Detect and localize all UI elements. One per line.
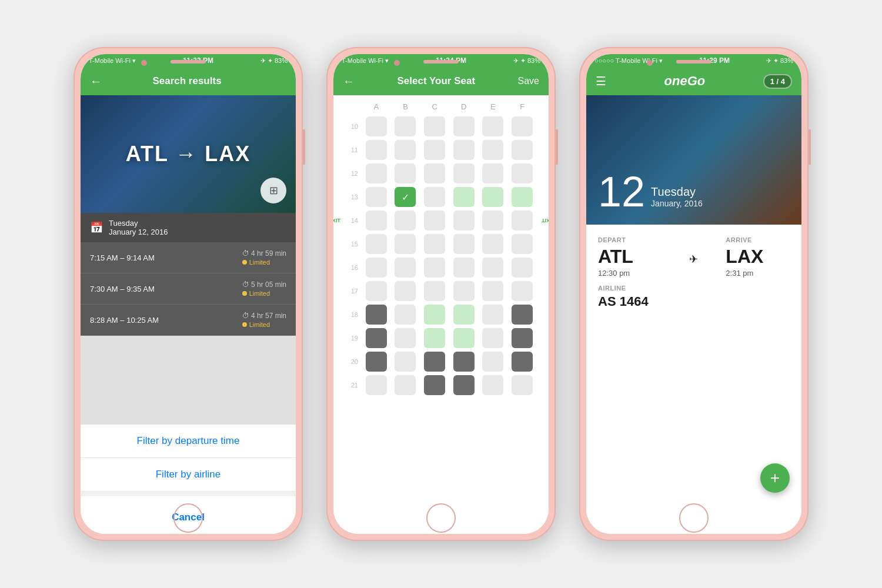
seat-18c[interactable] — [424, 305, 445, 325]
phone-2-speaker — [423, 60, 459, 64]
seat-19f — [512, 328, 533, 348]
seat-11b[interactable] — [395, 140, 416, 160]
phone-1-home[interactable] — [173, 503, 203, 533]
seat-14f[interactable] — [512, 211, 533, 230]
seat-row-21: 21 — [345, 375, 537, 396]
phone-1: T-Mobile Wi-Fi ▾ 11:23 PM ✈ ✦ 83% ← Sear… — [74, 47, 303, 541]
seat-18e[interactable] — [482, 305, 503, 325]
seat-10e[interactable] — [482, 116, 503, 136]
airline-label: AIRLINE — [598, 285, 790, 292]
phone-1-screen: T-Mobile Wi-Fi ▾ 11:23 PM ✈ ✦ 83% ← Sear… — [81, 54, 296, 534]
seat-17a[interactable] — [366, 281, 387, 301]
seat-12c[interactable] — [424, 163, 445, 183]
flight-item-1[interactable]: 7:15 AM – 9:14 AM ⏱ 4 hr 59 min Limited — [81, 242, 296, 273]
seat-12b[interactable] — [395, 163, 416, 183]
seat-16d[interactable] — [453, 258, 475, 278]
seat-21f[interactable] — [512, 375, 533, 395]
save-button[interactable]: Save — [518, 76, 539, 86]
seat-10a[interactable] — [366, 116, 387, 136]
seat-15e[interactable] — [482, 234, 503, 254]
seat-14a[interactable] — [366, 211, 387, 230]
filter-airline-button[interactable]: Filter by airline — [81, 458, 296, 492]
seat-12e[interactable] — [482, 163, 503, 183]
seat-21e[interactable] — [482, 375, 503, 395]
menu-icon[interactable]: ☰ — [596, 74, 606, 88]
seat-19c[interactable] — [424, 328, 445, 348]
seat-19b[interactable] — [395, 328, 416, 348]
seat-13d[interactable] — [453, 187, 475, 207]
seat-16a[interactable] — [366, 258, 387, 278]
seat-20b[interactable] — [395, 352, 416, 372]
seat-14b[interactable] — [395, 211, 416, 230]
seat-16b[interactable] — [395, 258, 416, 278]
flight-time-2: 7:30 AM – 9:35 AM — [90, 285, 155, 293]
seat-11a[interactable] — [366, 140, 387, 160]
seat-11f[interactable] — [512, 140, 533, 160]
status-icons-2: ✈ ✦ 83% — [513, 57, 540, 65]
seat-16e[interactable] — [482, 258, 503, 278]
seat-20e[interactable] — [482, 352, 503, 372]
seat-13e[interactable] — [482, 187, 503, 207]
seat-19e[interactable] — [482, 328, 503, 348]
seat-18b[interactable] — [395, 305, 416, 325]
seat-10b[interactable] — [395, 116, 416, 136]
back-button-1[interactable]: ← — [90, 75, 102, 88]
seat-15a[interactable] — [366, 234, 387, 254]
seat-11c[interactable] — [424, 140, 445, 160]
phone-3-camera — [647, 60, 653, 66]
seat-10f[interactable] — [512, 116, 533, 136]
flight-item-2[interactable]: 7:30 AM – 9:35 AM ⏱ 5 hr 05 min Limited — [81, 273, 296, 305]
seat-row-15: 15 — [345, 233, 537, 255]
flight-status-3: Limited — [242, 321, 286, 328]
seat-13f[interactable] — [512, 187, 533, 207]
phone-3-home[interactable] — [679, 503, 709, 533]
seat-10c[interactable] — [424, 116, 445, 136]
col-b: B — [395, 102, 416, 111]
phone-2-nav: ← Select Your Seat Save — [333, 67, 549, 95]
seat-17b[interactable] — [395, 281, 416, 301]
seat-17f[interactable] — [512, 281, 533, 301]
seat-10d[interactable] — [453, 116, 475, 136]
date-text-full: January 12, 2016 — [109, 228, 168, 236]
add-fab-button[interactable]: + — [760, 463, 790, 493]
seat-18d[interactable] — [453, 305, 475, 325]
seat-12a[interactable] — [366, 163, 387, 183]
seat-17e[interactable] — [482, 281, 503, 301]
flight-right-3: ⏱ 4 hr 57 min Limited — [242, 312, 286, 328]
seat-15d[interactable] — [453, 234, 475, 254]
seat-21b[interactable] — [395, 375, 416, 395]
seat-15b[interactable] — [395, 234, 416, 254]
hero-weekday: Tuesday — [651, 185, 703, 199]
phone-3-side-btn — [808, 129, 811, 165]
seat-16c[interactable] — [424, 258, 445, 278]
seat-17c[interactable] — [424, 281, 445, 301]
seat-16f[interactable] — [512, 258, 533, 278]
status-icons-1: ✈ ✦ 83% — [260, 57, 288, 65]
hero-day: 12 — [598, 171, 645, 213]
phone-2-home[interactable] — [426, 503, 456, 533]
seat-12d[interactable] — [453, 163, 475, 183]
seat-map: A B C D E F 10 — [333, 95, 549, 534]
col-e: E — [482, 102, 503, 111]
filter-icon[interactable]: ⊞ — [260, 178, 286, 203]
flight-item-3[interactable]: 8:28 AM – 10:25 AM ⏱ 4 hr 57 min Limited — [81, 305, 296, 336]
seat-11e[interactable] — [482, 140, 503, 160]
seat-13c[interactable] — [424, 187, 445, 207]
seat-15c[interactable] — [424, 234, 445, 254]
seat-17d[interactable] — [453, 281, 475, 301]
seat-14d[interactable] — [453, 211, 475, 230]
seat-14c[interactable] — [424, 211, 445, 230]
seat-21a[interactable] — [366, 375, 387, 395]
seat-13b[interactable]: ✓ — [395, 187, 416, 207]
seat-19d[interactable] — [453, 328, 475, 348]
phones-container: T-Mobile Wi-Fi ▾ 11:23 PM ✈ ✦ 83% ← Sear… — [74, 47, 808, 541]
seat-12f[interactable] — [512, 163, 533, 183]
back-button-2[interactable]: ← — [343, 75, 355, 88]
seat-15f[interactable] — [512, 234, 533, 254]
seat-13a[interactable] — [366, 187, 387, 207]
phone-1-speaker — [171, 60, 206, 64]
nav-title-2: Select Your Seat — [355, 75, 518, 87]
filter-departure-button[interactable]: Filter by departure time — [81, 425, 296, 458]
seat-11d[interactable] — [453, 140, 475, 160]
seat-14e[interactable] — [482, 211, 503, 230]
